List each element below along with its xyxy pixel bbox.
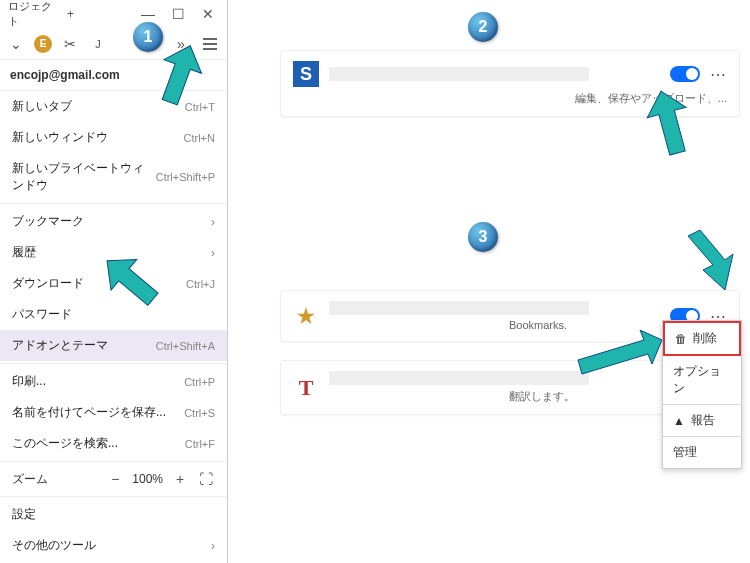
svg-marker-3 xyxy=(688,230,733,290)
menu-shortcut: Ctrl+Shift+P xyxy=(156,171,215,183)
step-badge-3: 3 xyxy=(468,222,498,252)
chevron-right-icon: › xyxy=(211,215,215,229)
screenshot-icon[interactable]: ✂ xyxy=(60,34,80,54)
addon-icon: S xyxy=(293,61,319,87)
menu-label: 印刷... xyxy=(12,373,46,390)
menu-new-window[interactable]: 新しいウィンドウ Ctrl+N xyxy=(0,122,227,153)
annotation-arrow xyxy=(100,250,170,320)
context-remove[interactable]: 🗑 削除 xyxy=(663,321,741,356)
js-icon[interactable]: J xyxy=(88,34,108,54)
menu-new-private[interactable]: 新しいプライベートウィンドウ Ctrl+Shift+P xyxy=(0,153,227,201)
menu-shortcut: Ctrl+S xyxy=(184,407,215,419)
svg-marker-0 xyxy=(151,44,209,109)
menu-separator xyxy=(0,363,227,364)
minimize-button[interactable]: — xyxy=(133,6,163,22)
annotation-arrow xyxy=(635,90,705,170)
context-options[interactable]: オプション xyxy=(663,356,741,404)
close-button[interactable]: ✕ xyxy=(193,6,223,22)
menu-label: その他のツール xyxy=(12,537,96,554)
window-titlebar: ロジェクト + — ☐ ✕ xyxy=(0,0,227,28)
menu-separator xyxy=(0,461,227,462)
pocket-icon[interactable]: ⌄ xyxy=(6,34,26,54)
addon-toggle[interactable] xyxy=(670,66,700,82)
context-label: オプション xyxy=(673,363,731,397)
menu-print[interactable]: 印刷... Ctrl+P xyxy=(0,366,227,397)
context-manage[interactable]: 管理 xyxy=(663,437,741,468)
menu-label: 新しいプライベートウィンドウ xyxy=(12,160,156,194)
maximize-button[interactable]: ☐ xyxy=(163,6,193,22)
menu-shortcut: Ctrl+F xyxy=(185,438,215,450)
menu-label: ダウンロード xyxy=(12,275,84,292)
new-tab-plus[interactable]: + xyxy=(61,7,81,21)
menu-label: ブックマーク xyxy=(12,213,84,230)
addon-more-icon[interactable]: ⋯ xyxy=(710,65,727,84)
svg-marker-2 xyxy=(642,90,697,158)
svg-marker-1 xyxy=(100,250,166,315)
menu-label: 履歴 xyxy=(12,244,36,261)
menu-settings[interactable]: 設定 xyxy=(0,499,227,530)
addon-context-menu: 🗑 削除 オプション ▲ 報告 管理 xyxy=(662,320,742,469)
zoom-label: ズーム xyxy=(12,471,98,488)
addon-icon: ★ xyxy=(293,303,319,329)
annotation-arrow xyxy=(570,330,670,390)
addon-name-placeholder xyxy=(329,301,589,315)
context-label: 削除 xyxy=(693,330,717,347)
addon-name-placeholder xyxy=(329,371,589,385)
menu-label: 設定 xyxy=(12,506,36,523)
addon-icon: T xyxy=(293,375,319,401)
menu-bookmarks[interactable]: ブックマーク › xyxy=(0,206,227,237)
menu-separator xyxy=(0,496,227,497)
menu-shortcut: Ctrl+Shift+A xyxy=(156,340,215,352)
menu-zoom: ズーム − 100% + ⛶ xyxy=(0,464,227,494)
menu-label: パスワード xyxy=(12,306,72,323)
menu-separator xyxy=(0,203,227,204)
menu-label: このページを検索... xyxy=(12,435,118,452)
chevron-right-icon: › xyxy=(211,539,215,553)
svg-marker-4 xyxy=(578,330,662,374)
menu-addons-themes[interactable]: アドオンとテーマ Ctrl+Shift+A xyxy=(0,330,227,361)
menu-shortcut: Ctrl+J xyxy=(186,278,215,290)
window-title: ロジェクト xyxy=(4,0,61,29)
context-report[interactable]: ▲ 報告 xyxy=(663,405,741,436)
menu-label: 名前を付けてページを保存... xyxy=(12,404,166,421)
context-label: 管理 xyxy=(673,444,697,461)
menu-more-tools[interactable]: その他のツール › xyxy=(0,530,227,561)
zoom-out-button[interactable]: − xyxy=(106,470,124,488)
zoom-value: 100% xyxy=(132,472,163,486)
zoom-in-button[interactable]: + xyxy=(171,470,189,488)
context-label: 報告 xyxy=(691,412,715,429)
menu-label: 新しいウィンドウ xyxy=(12,129,108,146)
fullscreen-icon[interactable]: ⛶ xyxy=(197,470,215,488)
menu-shortcut: Ctrl+N xyxy=(184,132,215,144)
trash-icon: 🗑 xyxy=(675,332,687,346)
menu-shortcut: Ctrl+P xyxy=(184,376,215,388)
menu-label: アドオンとテーマ xyxy=(12,337,108,354)
addon-name-placeholder xyxy=(329,67,589,81)
chevron-right-icon: › xyxy=(211,246,215,260)
annotation-arrow xyxy=(150,44,210,114)
menu-find[interactable]: このページを検索... Ctrl+F xyxy=(0,428,227,459)
step-badge-2: 2 xyxy=(468,12,498,42)
annotation-arrow xyxy=(670,230,740,310)
extension-badge-icon[interactable]: E xyxy=(34,35,52,53)
main-menu: 新しいタブ Ctrl+T 新しいウィンドウ Ctrl+N 新しいプライベートウィ… xyxy=(0,91,227,563)
warning-icon: ▲ xyxy=(673,414,685,428)
menu-save-as[interactable]: 名前を付けてページを保存... Ctrl+S xyxy=(0,397,227,428)
menu-label: 新しいタブ xyxy=(12,98,72,115)
